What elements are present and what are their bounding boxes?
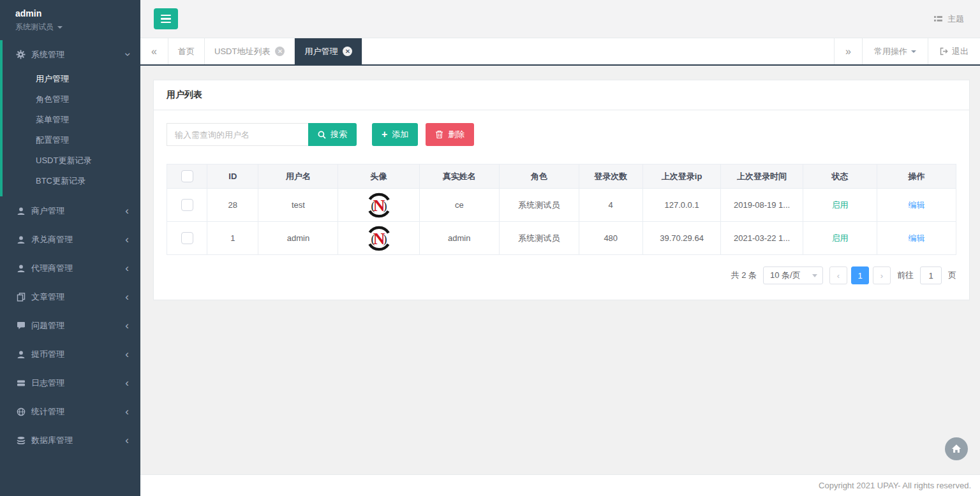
username-label: admin xyxy=(15,8,125,18)
panel-body: 搜索 + 添加 删除 xyxy=(154,110,969,300)
chevron-left-icon: ‹ xyxy=(125,205,129,216)
sidebar-item-question-mgmt[interactable]: 问题管理 ‹ xyxy=(0,311,140,340)
tab-label: USDT地址列表 xyxy=(214,46,270,57)
sign-out-icon xyxy=(940,47,948,55)
svg-text:N: N xyxy=(373,229,385,247)
sidebar-item-merchant-mgmt[interactable]: 商户管理 ‹ xyxy=(0,196,140,225)
tab-user-mgmt[interactable]: 用户管理 ✕ xyxy=(295,38,362,64)
row-checkbox[interactable] xyxy=(181,232,193,244)
search-button-label: 搜索 xyxy=(330,129,347,140)
sidebar-subitem-usdt-update-log[interactable]: USDT更新记录 xyxy=(3,150,140,171)
tab-usdt-address-list[interactable]: USDT地址列表 ✕ xyxy=(205,38,295,64)
page-size-select[interactable]: 10 条/页 xyxy=(763,266,823,284)
chevron-left-icon: ‹ xyxy=(125,263,129,274)
cell-id: 28 xyxy=(207,189,258,222)
sidebar-subitem-config-mgmt[interactable]: 配置管理 xyxy=(3,130,140,150)
trash-icon xyxy=(435,130,443,139)
table-row: 1 admin ( ) N admin 系 xyxy=(167,222,956,255)
select-all-checkbox[interactable] xyxy=(181,170,193,182)
sidebar-subitem-menu-mgmt[interactable]: 菜单管理 xyxy=(3,110,140,130)
footer-copyright: Copyright 2021 UPAY- All rights reserved… xyxy=(140,474,980,496)
server-icon xyxy=(16,378,26,388)
theme-label: 主题 xyxy=(947,13,964,25)
goto-label: 前往 xyxy=(897,270,914,281)
sidebar-item-log-mgmt[interactable]: 日志管理 ‹ xyxy=(0,368,140,397)
sidebar-subitem-user-mgmt[interactable]: 用户管理 xyxy=(3,69,140,89)
cell-login-count: 4 xyxy=(579,189,642,222)
tab-label: 首页 xyxy=(178,46,195,57)
content-area: 用户列表 搜索 + 添加 xyxy=(140,66,980,474)
sidebar-item-acceptor-mgmt[interactable]: 承兑商管理 ‹ xyxy=(0,225,140,254)
main-column: 主题 « 首页 USDT地址列表 ✕ 用户管理 ✕ » 常用操作 xyxy=(140,0,980,496)
cell-username: test xyxy=(258,189,338,222)
tabs-scroll-left-button[interactable]: « xyxy=(140,38,168,64)
profile-block: admin 系统测试员 xyxy=(0,0,140,40)
topbar: 主题 xyxy=(140,0,980,38)
home-icon xyxy=(951,444,961,454)
cell-avatar: ( ) N xyxy=(338,189,419,222)
row-checkbox[interactable] xyxy=(181,199,193,211)
page-button-1[interactable]: 1 xyxy=(851,266,869,284)
close-icon[interactable]: ✕ xyxy=(275,47,285,56)
theme-switcher[interactable]: 主题 xyxy=(933,13,964,25)
caret-down-icon xyxy=(911,50,916,53)
sidebar-subitem-role-mgmt[interactable]: 角色管理 xyxy=(3,89,140,110)
search-button[interactable]: 搜索 xyxy=(308,123,357,146)
edit-link[interactable]: 编辑 xyxy=(909,200,925,210)
column-header: 登录次数 xyxy=(579,164,642,189)
column-header: 用户名 xyxy=(258,164,338,189)
double-angle-left-icon: « xyxy=(151,46,157,57)
caret-down-icon xyxy=(812,274,817,277)
sidebar-item-system-mgmt[interactable]: 系统管理 ‹ xyxy=(3,40,140,69)
sidebar-item-agent-mgmt[interactable]: 代理商管理 ‹ xyxy=(0,254,140,282)
goto-page-input[interactable] xyxy=(920,266,942,284)
globe-icon xyxy=(16,407,26,416)
chevron-left-icon: ‹ xyxy=(125,349,129,360)
page-size-value: 10 条/页 xyxy=(770,270,801,281)
sidebar-item-label: 提币管理 xyxy=(31,349,64,360)
user-role-dropdown[interactable]: 系统测试员 xyxy=(15,22,125,33)
sidebar-item-label: 代理商管理 xyxy=(31,263,73,274)
gear-icon xyxy=(16,50,26,59)
column-header: 操作 xyxy=(877,164,956,189)
column-header: ID xyxy=(207,164,258,189)
edit-link[interactable]: 编辑 xyxy=(909,233,925,243)
delete-button[interactable]: 删除 xyxy=(426,123,474,146)
column-header: 真实姓名 xyxy=(419,164,499,189)
column-header: 上次登录时间 xyxy=(721,164,803,189)
search-input[interactable] xyxy=(167,123,308,146)
add-button-label: 添加 xyxy=(392,129,408,140)
svg-text:N: N xyxy=(373,196,385,214)
tabs-scroll-right-button[interactable]: » xyxy=(834,38,862,64)
status-toggle-link[interactable]: 启用 xyxy=(832,200,849,210)
status-toggle-link[interactable]: 启用 xyxy=(832,233,849,243)
add-button[interactable]: + 添加 xyxy=(372,123,418,146)
tab-home[interactable]: 首页 xyxy=(168,38,205,64)
n-logo-avatar: ( ) N xyxy=(366,192,392,219)
user-icon xyxy=(16,263,26,273)
common-operations-label: 常用操作 xyxy=(874,46,907,57)
column-header: 状态 xyxy=(803,164,877,189)
nav-block-system: 系统管理 ‹ 用户管理 角色管理 菜单管理 配置管理 USDT更新记录 BTC更… xyxy=(0,40,140,196)
caret-down-icon xyxy=(57,26,63,29)
user-icon xyxy=(16,235,26,244)
sidebar-item-withdrawal-mgmt[interactable]: 提币管理 ‹ xyxy=(0,340,140,368)
panel-title: 用户列表 xyxy=(154,80,969,110)
table-row: 28 test ( ) N ce 系统测试 xyxy=(167,189,956,222)
close-icon[interactable]: ✕ xyxy=(343,47,352,56)
sidebar-item-article-mgmt[interactable]: 文章管理 ‹ xyxy=(0,282,140,311)
next-page-button[interactable]: › xyxy=(873,266,891,284)
prev-page-button[interactable]: ‹ xyxy=(829,266,847,284)
user-role-label: 系统测试员 xyxy=(15,22,54,33)
sidebar-subitem-btc-update-log[interactable]: BTC更新记录 xyxy=(3,171,140,191)
chevron-left-icon: ‹ xyxy=(125,234,129,245)
cell-role: 系统测试员 xyxy=(499,222,579,255)
common-operations-dropdown[interactable]: 常用操作 xyxy=(862,38,928,64)
sidebar-toggle-button[interactable] xyxy=(154,8,178,29)
logout-button[interactable]: 退出 xyxy=(928,38,980,64)
cell-last-time: 2019-08-19 1... xyxy=(721,189,803,222)
back-home-button[interactable] xyxy=(945,437,968,460)
sidebar-item-statistics-mgmt[interactable]: 统计管理 ‹ xyxy=(0,397,140,426)
tab-label: 用户管理 xyxy=(304,46,338,57)
sidebar-item-database-mgmt[interactable]: 数据库管理 ‹ xyxy=(0,426,140,455)
